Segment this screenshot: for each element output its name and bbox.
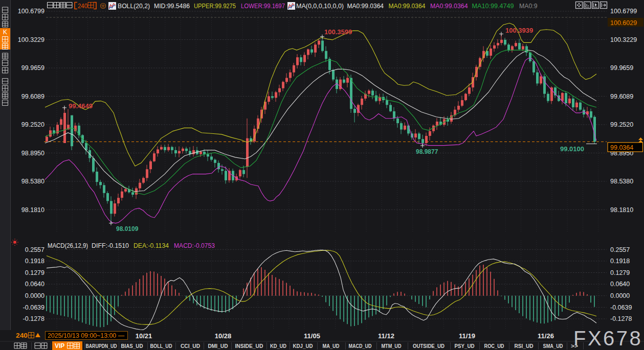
- svg-text:MA_UD: MA_UD: [323, 343, 340, 349]
- svg-text:98.1810: 98.1810: [610, 206, 633, 214]
- svg-text:2025/10/13 09:00~13:00 —: 2025/10/13 09:00~13:00 —: [48, 332, 124, 339]
- svg-text:98.9877: 98.9877: [416, 148, 438, 155]
- svg-text:11/19: 11/19: [459, 332, 475, 340]
- svg-text:11/05: 11/05: [304, 332, 320, 340]
- svg-text:0.1279: 0.1279: [25, 269, 45, 276]
- svg-text:LOWER:99.1697: LOWER:99.1697: [241, 3, 285, 10]
- svg-text:100.3229: 100.3229: [610, 36, 637, 43]
- svg-text:99.2520: 99.2520: [21, 121, 45, 128]
- svg-text:0.2557: 0.2557: [610, 246, 630, 253]
- svg-text:0.0640: 0.0640: [610, 281, 630, 288]
- svg-text:240: 240: [78, 2, 87, 10]
- svg-text:0.1918: 0.1918: [610, 258, 630, 265]
- svg-text:MACD_UD: MACD_UD: [349, 343, 372, 349]
- svg-text:-0.1278: -0.1278: [610, 315, 632, 322]
- svg-text:99.0364: 99.0364: [610, 144, 633, 151]
- svg-text:BIAS_UD: BIAS_UD: [121, 343, 143, 349]
- svg-text:MA0:99.0364: MA0:99.0364: [347, 3, 384, 10]
- svg-text:99.2520: 99.2520: [610, 121, 633, 128]
- svg-text:99.9659: 99.9659: [610, 64, 633, 72]
- svg-text:-0.0639: -0.0639: [23, 304, 45, 311]
- svg-text:DMI_UD: DMI_UD: [208, 343, 228, 349]
- svg-text:-0.0639: -0.0639: [610, 304, 632, 311]
- svg-text:DEA:-0.1134: DEA:-0.1134: [134, 242, 169, 249]
- svg-text:100.3599: 100.3599: [324, 28, 352, 36]
- svg-text:MA0:99.0364: MA0:99.0364: [430, 3, 468, 10]
- svg-text:OUTSIDE_UD: OUTSIDE_UD: [413, 343, 445, 349]
- svg-text:MA10:99.4749: MA10:99.4749: [472, 3, 514, 10]
- svg-text:INSIDE_UD: INSIDE_UD: [235, 343, 263, 349]
- svg-text:99.0100: 99.0100: [560, 145, 584, 153]
- svg-text:0.2557: 0.2557: [25, 246, 45, 253]
- svg-text:DIFF:-0.1510: DIFF:-0.1510: [92, 242, 129, 249]
- svg-text:MID:99.5486: MID:99.5486: [154, 3, 190, 10]
- svg-text:98.8950: 98.8950: [21, 150, 45, 157]
- svg-text:0.0640: 0.0640: [25, 281, 45, 288]
- svg-text:-0.1278: -0.1278: [23, 315, 45, 322]
- svg-text:BOLL_UD: BOLL_UD: [150, 343, 172, 349]
- svg-text:0.1918: 0.1918: [25, 258, 45, 265]
- svg-text:11/12: 11/12: [378, 332, 394, 340]
- svg-text:100.6799: 100.6799: [18, 8, 45, 15]
- svg-text:VIP: VIP: [55, 342, 64, 349]
- svg-text:98.5380: 98.5380: [610, 178, 633, 185]
- svg-text:11/26: 11/26: [538, 332, 554, 340]
- svg-text:98.5380: 98.5380: [21, 178, 45, 185]
- svg-text:MACD:-0.0753: MACD:-0.0753: [174, 242, 215, 249]
- svg-text:BARUPDN_UD: BARUPDN_UD: [86, 343, 117, 349]
- svg-text:CCI_UD: CCI_UD: [181, 343, 200, 349]
- svg-text:ROC_UD: ROC_UD: [484, 343, 504, 349]
- svg-text:MTM_UD: MTM_UD: [382, 343, 402, 349]
- svg-text:99.6089: 99.6089: [21, 93, 45, 100]
- svg-text:99.6089: 99.6089: [610, 93, 633, 100]
- svg-text:240: 240: [16, 332, 28, 339]
- svg-text:KD_UD: KD_UD: [270, 343, 286, 349]
- svg-text:10/28: 10/28: [215, 332, 232, 340]
- svg-text:98.1810: 98.1810: [21, 206, 45, 214]
- svg-text:KDJ_UD: KDJ_UD: [293, 343, 313, 349]
- svg-text:MA0:9: MA0:9: [519, 3, 538, 10]
- svg-text:K: K: [3, 29, 8, 36]
- svg-text:100.6029: 100.6029: [610, 19, 637, 27]
- svg-text:SMA_UD: SMA_UD: [543, 343, 563, 349]
- svg-text:PSY_UD: PSY_UD: [455, 343, 475, 349]
- svg-text:0.1279: 0.1279: [610, 269, 630, 276]
- svg-text:100.6799: 100.6799: [610, 8, 637, 15]
- svg-text:98.0109: 98.0109: [116, 225, 139, 232]
- svg-text:FX678: FX678: [573, 327, 642, 349]
- svg-text:BOLL(20,2): BOLL(20,2): [118, 3, 150, 10]
- svg-text:RSI_UD: RSI_UD: [515, 343, 534, 349]
- svg-text:MA(0,0,0,10,0,0): MA(0,0,0,10,0,0): [296, 3, 344, 10]
- svg-text:99.4649: 99.4649: [69, 102, 93, 110]
- svg-text:UPPER:99.9275: UPPER:99.9275: [194, 3, 236, 10]
- svg-text:0.0000: 0.0000: [610, 292, 630, 299]
- svg-text:10/21: 10/21: [136, 332, 152, 340]
- svg-text:0.0000: 0.0000: [25, 292, 45, 299]
- svg-text:MACD(26,12,9): MACD(26,12,9): [48, 242, 88, 249]
- svg-text:99.9659: 99.9659: [21, 64, 45, 72]
- svg-text:MA0:99.0364: MA0:99.0364: [389, 3, 426, 10]
- svg-text:100.3229: 100.3229: [18, 36, 45, 43]
- svg-text:100.3939: 100.3939: [505, 27, 533, 34]
